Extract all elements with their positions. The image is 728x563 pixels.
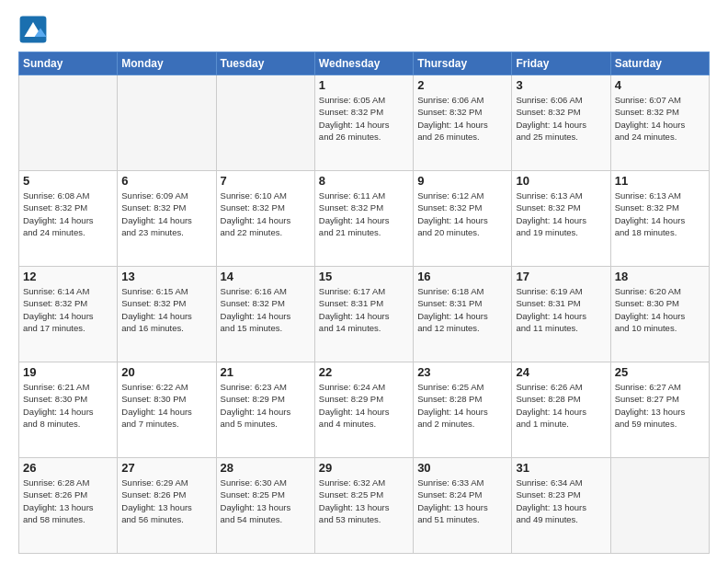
day-info: Sunrise: 6:18 AMSunset: 8:31 PMDaylight:… xyxy=(417,285,507,334)
day-cell: 18Sunrise: 6:20 AMSunset: 8:30 PMDayligh… xyxy=(610,267,709,362)
day-info: Sunrise: 6:09 AMSunset: 8:32 PMDaylight:… xyxy=(121,190,211,238)
weekday-header-thursday: Thursday xyxy=(414,52,512,75)
day-info: Sunrise: 6:17 AMSunset: 8:31 PMDaylight:… xyxy=(319,285,409,334)
day-cell: 28Sunrise: 6:30 AMSunset: 8:25 PMDayligh… xyxy=(216,458,314,554)
calendar-table: SundayMondayTuesdayWednesdayThursdayFrid… xyxy=(18,52,710,554)
day-info: Sunrise: 6:15 AMSunset: 8:32 PMDaylight:… xyxy=(121,285,211,334)
day-number: 5 xyxy=(23,174,113,188)
logo xyxy=(18,15,51,44)
weekday-header-wednesday: Wednesday xyxy=(314,52,413,75)
day-number: 14 xyxy=(221,270,311,283)
day-cell: 31Sunrise: 6:34 AMSunset: 8:23 PMDayligh… xyxy=(512,458,610,554)
week-row-2: 5Sunrise: 6:08 AMSunset: 8:32 PMDaylight… xyxy=(19,171,710,267)
weekday-header-row: SundayMondayTuesdayWednesdayThursdayFrid… xyxy=(19,52,710,75)
day-info: Sunrise: 6:21 AMSunset: 8:30 PMDaylight:… xyxy=(23,381,113,430)
day-cell: 11Sunrise: 6:13 AMSunset: 8:32 PMDayligh… xyxy=(610,171,709,267)
day-cell: 5Sunrise: 6:08 AMSunset: 8:32 PMDaylight… xyxy=(19,171,118,267)
day-number: 20 xyxy=(121,365,211,379)
day-info: Sunrise: 6:06 AMSunset: 8:32 PMDaylight:… xyxy=(417,94,507,143)
day-cell xyxy=(216,75,314,171)
day-number: 25 xyxy=(615,365,705,379)
day-info: Sunrise: 6:25 AMSunset: 8:28 PMDaylight:… xyxy=(417,381,507,430)
day-number: 7 xyxy=(221,174,311,188)
day-cell: 16Sunrise: 6:18 AMSunset: 8:31 PMDayligh… xyxy=(414,267,512,362)
weekday-header-friday: Friday xyxy=(512,52,610,75)
day-cell: 7Sunrise: 6:10 AMSunset: 8:32 PMDaylight… xyxy=(216,171,314,267)
day-info: Sunrise: 6:14 AMSunset: 8:32 PMDaylight:… xyxy=(23,285,113,334)
day-info: Sunrise: 6:29 AMSunset: 8:26 PMDaylight:… xyxy=(121,477,211,525)
day-number: 27 xyxy=(121,461,211,475)
day-cell: 19Sunrise: 6:21 AMSunset: 8:30 PMDayligh… xyxy=(19,362,118,458)
day-cell: 17Sunrise: 6:19 AMSunset: 8:31 PMDayligh… xyxy=(512,267,610,362)
day-info: Sunrise: 6:30 AMSunset: 8:25 PMDaylight:… xyxy=(221,477,311,525)
day-number: 30 xyxy=(417,461,507,475)
week-row-4: 19Sunrise: 6:21 AMSunset: 8:30 PMDayligh… xyxy=(19,362,710,458)
weekday-header-tuesday: Tuesday xyxy=(216,52,314,75)
day-number: 24 xyxy=(516,365,606,379)
day-info: Sunrise: 6:20 AMSunset: 8:30 PMDaylight:… xyxy=(615,285,705,334)
day-cell: 1Sunrise: 6:05 AMSunset: 8:32 PMDaylight… xyxy=(314,75,413,171)
day-info: Sunrise: 6:08 AMSunset: 8:32 PMDaylight:… xyxy=(23,190,113,238)
day-info: Sunrise: 6:28 AMSunset: 8:26 PMDaylight:… xyxy=(23,477,113,525)
day-info: Sunrise: 6:13 AMSunset: 8:32 PMDaylight:… xyxy=(516,190,606,238)
day-number: 26 xyxy=(23,461,113,475)
day-cell: 2Sunrise: 6:06 AMSunset: 8:32 PMDaylight… xyxy=(414,75,512,171)
day-number: 18 xyxy=(615,270,705,283)
day-cell: 24Sunrise: 6:26 AMSunset: 8:28 PMDayligh… xyxy=(512,362,610,458)
day-number: 16 xyxy=(417,270,507,283)
day-info: Sunrise: 6:22 AMSunset: 8:30 PMDaylight:… xyxy=(121,381,211,430)
day-number: 11 xyxy=(615,174,705,188)
day-cell xyxy=(118,75,216,171)
week-row-3: 12Sunrise: 6:14 AMSunset: 8:32 PMDayligh… xyxy=(19,267,710,362)
weekday-header-saturday: Saturday xyxy=(610,52,709,75)
day-cell: 25Sunrise: 6:27 AMSunset: 8:27 PMDayligh… xyxy=(610,362,709,458)
day-cell: 20Sunrise: 6:22 AMSunset: 8:30 PMDayligh… xyxy=(118,362,216,458)
day-cell: 6Sunrise: 6:09 AMSunset: 8:32 PMDaylight… xyxy=(118,171,216,267)
day-cell xyxy=(610,458,709,554)
day-number: 29 xyxy=(319,461,409,475)
day-cell: 4Sunrise: 6:07 AMSunset: 8:32 PMDaylight… xyxy=(610,75,709,171)
day-info: Sunrise: 6:27 AMSunset: 8:27 PMDaylight:… xyxy=(615,381,705,430)
day-number: 23 xyxy=(417,365,507,379)
day-cell: 12Sunrise: 6:14 AMSunset: 8:32 PMDayligh… xyxy=(19,267,118,362)
day-info: Sunrise: 6:26 AMSunset: 8:28 PMDaylight:… xyxy=(516,381,606,430)
day-cell xyxy=(19,75,118,171)
day-cell: 8Sunrise: 6:11 AMSunset: 8:32 PMDaylight… xyxy=(314,171,413,267)
day-number: 21 xyxy=(221,365,311,379)
day-info: Sunrise: 6:19 AMSunset: 8:31 PMDaylight:… xyxy=(516,285,606,334)
day-info: Sunrise: 6:34 AMSunset: 8:23 PMDaylight:… xyxy=(516,477,606,525)
week-row-5: 26Sunrise: 6:28 AMSunset: 8:26 PMDayligh… xyxy=(19,458,710,554)
day-number: 9 xyxy=(417,174,507,188)
day-cell: 15Sunrise: 6:17 AMSunset: 8:31 PMDayligh… xyxy=(314,267,413,362)
day-number: 6 xyxy=(121,174,211,188)
weekday-header-monday: Monday xyxy=(118,52,216,75)
day-number: 1 xyxy=(319,78,409,92)
day-number: 2 xyxy=(417,78,507,92)
day-number: 31 xyxy=(516,461,606,475)
day-info: Sunrise: 6:12 AMSunset: 8:32 PMDaylight:… xyxy=(417,190,507,238)
day-number: 22 xyxy=(319,365,409,379)
day-info: Sunrise: 6:07 AMSunset: 8:32 PMDaylight:… xyxy=(615,94,705,143)
day-number: 3 xyxy=(516,78,606,92)
day-cell: 9Sunrise: 6:12 AMSunset: 8:32 PMDaylight… xyxy=(414,171,512,267)
day-cell: 14Sunrise: 6:16 AMSunset: 8:32 PMDayligh… xyxy=(216,267,314,362)
day-info: Sunrise: 6:13 AMSunset: 8:32 PMDaylight:… xyxy=(615,190,705,238)
logo-icon xyxy=(18,15,48,44)
day-number: 19 xyxy=(23,365,113,379)
day-number: 10 xyxy=(516,174,606,188)
day-cell: 22Sunrise: 6:24 AMSunset: 8:29 PMDayligh… xyxy=(314,362,413,458)
day-cell: 10Sunrise: 6:13 AMSunset: 8:32 PMDayligh… xyxy=(512,171,610,267)
day-number: 12 xyxy=(23,270,113,283)
day-info: Sunrise: 6:16 AMSunset: 8:32 PMDaylight:… xyxy=(221,285,311,334)
day-cell: 29Sunrise: 6:32 AMSunset: 8:25 PMDayligh… xyxy=(314,458,413,554)
day-info: Sunrise: 6:33 AMSunset: 8:24 PMDaylight:… xyxy=(417,477,507,525)
day-info: Sunrise: 6:05 AMSunset: 8:32 PMDaylight:… xyxy=(319,94,409,143)
day-cell: 23Sunrise: 6:25 AMSunset: 8:28 PMDayligh… xyxy=(414,362,512,458)
day-info: Sunrise: 6:10 AMSunset: 8:32 PMDaylight:… xyxy=(221,190,311,238)
day-cell: 3Sunrise: 6:06 AMSunset: 8:32 PMDaylight… xyxy=(512,75,610,171)
page: SundayMondayTuesdayWednesdayThursdayFrid… xyxy=(0,0,728,563)
day-cell: 26Sunrise: 6:28 AMSunset: 8:26 PMDayligh… xyxy=(19,458,118,554)
day-number: 13 xyxy=(121,270,211,283)
day-info: Sunrise: 6:24 AMSunset: 8:29 PMDaylight:… xyxy=(319,381,409,430)
day-info: Sunrise: 6:23 AMSunset: 8:29 PMDaylight:… xyxy=(221,381,311,430)
